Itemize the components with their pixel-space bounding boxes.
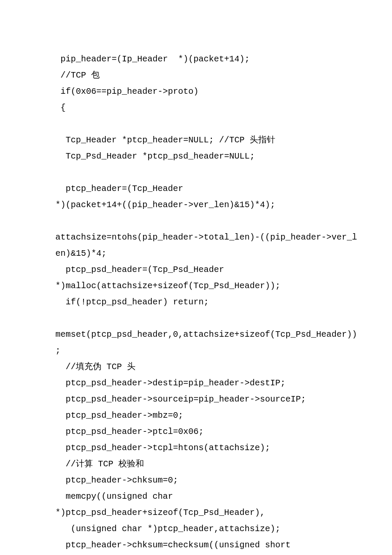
code-line: ptcp_header->chksum=0;: [55, 472, 337, 489]
code-line: {: [55, 100, 337, 116]
code-line: en)&15)*4;: [55, 246, 337, 262]
code-line: Tcp_Header *ptcp_header=NULL; //TCP 头指针: [55, 132, 337, 148]
code-line: [55, 165, 337, 181]
code-line: ptcp_psd_header->destip=pip_header->dest…: [55, 375, 337, 391]
code-line: ptcp_psd_header->mbz=0;: [55, 408, 337, 424]
code-block: pip_header=(Ip_Header *)(packet+14); //T…: [55, 51, 337, 553]
code-line: *)(packet+14+((pip_header->ver_len)&15)*…: [55, 197, 337, 213]
code-line: *)malloc(attachsize+sizeof(Tcp_Psd_Heade…: [55, 278, 337, 294]
code-line: //TCP 包: [55, 67, 337, 84]
code-line: ;: [55, 343, 337, 359]
code-line: [55, 116, 337, 132]
code-line: memcpy((unsigned char: [55, 489, 337, 505]
code-line: //填充伪 TCP 头: [55, 359, 337, 375]
code-line: Tcp_Psd_Header *ptcp_psd_header=NULL;: [55, 148, 337, 165]
code-line: //计算 TCP 校验和: [55, 456, 337, 472]
code-line: ptcp_header->chksum=checksum((unsigned s…: [55, 537, 337, 553]
code-line: if(0x06==pip_header->proto): [55, 84, 337, 100]
code-line: ptcp_psd_header->tcpl=htons(attachsize);: [55, 440, 337, 456]
code-line: attachsize=ntohs(pip_header->total_len)-…: [55, 229, 337, 246]
code-line: if(!ptcp_psd_header) return;: [55, 294, 337, 310]
code-line: *)ptcp_psd_header+sizeof(Tcp_Psd_Header)…: [55, 505, 337, 521]
code-line: (unsigned char *)ptcp_header,attachsize)…: [55, 521, 337, 537]
code-line: [55, 213, 337, 229]
document-page: pip_header=(Ip_Header *)(packet+14); //T…: [0, 0, 392, 555]
code-line: ptcp_psd_header->ptcl=0x06;: [55, 424, 337, 440]
code-line: ptcp_header=(Tcp_Header: [55, 181, 337, 197]
code-line: ptcp_psd_header->sourceip=pip_header->so…: [55, 391, 337, 408]
code-line: pip_header=(Ip_Header *)(packet+14);: [55, 51, 337, 67]
code-line: ptcp_psd_header=(Tcp_Psd_Header: [55, 262, 337, 278]
code-line: memset(ptcp_psd_header,0,attachsize+size…: [55, 327, 337, 343]
code-line: [55, 310, 337, 327]
